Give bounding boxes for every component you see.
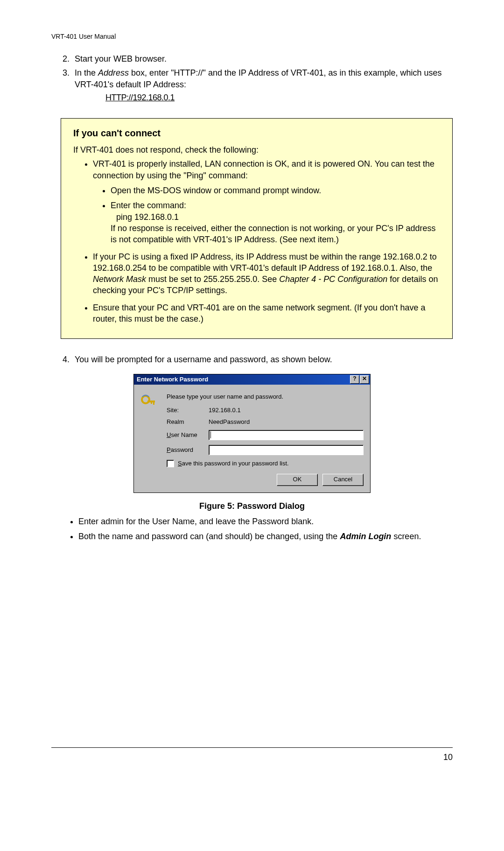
note-intro: If VRT-401 does not respond, check the f… (73, 144, 440, 155)
troubleshooting-note: If you can't connect If VRT-401 does not… (61, 118, 453, 339)
password-label-u: P (167, 446, 171, 453)
steps-list-cont: You will be prompted for a username and … (51, 354, 453, 365)
password-label-rest: assword (171, 446, 193, 453)
save-password-rest: ave this password in your password list. (182, 460, 289, 467)
note-sub-1b-line1: Enter the command: (111, 201, 186, 210)
step-3: In the Address box, enter "HTTP://" and … (72, 67, 453, 103)
dialog-title: Enter Network Password (137, 376, 208, 383)
site-label: Site: (167, 407, 209, 414)
dialog-form: Please type your user name and password.… (167, 393, 364, 486)
network-mask-word: Network Mask (93, 274, 146, 284)
step-3-text-a: In the (75, 68, 98, 77)
realm-row: Realm NeedPassword (167, 418, 364, 425)
password-dialog: Enter Network Password ? ✕ (133, 374, 371, 493)
dialog-button-row: OK Cancel (167, 474, 364, 486)
note-item-1: VRT-401 is properly installed, LAN conne… (93, 158, 440, 245)
post-bullet-1: Enter admin for the User Name, and leave… (78, 516, 453, 527)
username-label: User Name (167, 431, 209, 438)
svg-rect-3 (151, 401, 152, 404)
password-row: Password (167, 445, 364, 455)
dialog-titlebar: Enter Network Password ? ✕ (134, 374, 370, 385)
dialog-prompt: Please type your user name and password. (167, 393, 364, 400)
username-label-u: U (167, 431, 171, 438)
key-icon (140, 394, 159, 412)
save-password-label: Save this password in your password list… (178, 460, 289, 467)
text-cursor (210, 431, 211, 438)
dialog-container: Enter Network Password ? ✕ (51, 374, 453, 493)
steps-list: Start your WEB browser. In the Address b… (51, 53, 453, 103)
username-field[interactable] (209, 430, 364, 440)
password-field[interactable] (209, 445, 364, 455)
step-2: Start your WEB browser. (72, 53, 453, 64)
note-list: VRT-401 is properly installed, LAN conne… (73, 158, 440, 324)
document-page: VRT-401 User Manual Start your WEB brows… (0, 0, 504, 781)
note-item-3: Ensure that your PC and VRT-401 are on t… (93, 302, 440, 325)
save-password-row: Save this password in your password list… (167, 460, 364, 467)
note-sub-1b: Enter the command: ping 192.168.0.1 If n… (111, 200, 440, 245)
note-sublist: Open the MS-DOS window or command prompt… (93, 185, 440, 245)
admin-login-word: Admin Login (340, 532, 391, 541)
note-item-2: If your PC is using a fixed IP Address, … (93, 251, 440, 296)
ok-button[interactable]: OK (277, 474, 318, 486)
realm-value: NeedPassword (209, 418, 250, 425)
password-label: Password (167, 446, 209, 453)
note-item-1-text: VRT-401 is properly installed, LAN conne… (93, 159, 434, 180)
site-value: 192.168.0.1 (209, 407, 241, 414)
dialog-icon-column (140, 393, 159, 486)
step-3-address-word: Address (98, 68, 129, 77)
username-label-rest: ser Name (171, 431, 197, 438)
realm-label: Realm (167, 418, 209, 425)
close-button[interactable]: ✕ (360, 375, 369, 384)
post-figure-bullets: Enter admin for the User Name, and leave… (51, 516, 453, 542)
save-password-u: S (178, 460, 182, 467)
save-password-checkbox[interactable] (167, 460, 174, 467)
note-item-2-b: must be set to 255.255.255.0. See (146, 274, 279, 284)
page-header: VRT-401 User Manual (51, 33, 453, 40)
note-sub-1a: Open the MS-DOS window or command prompt… (111, 185, 440, 196)
figure-caption: Figure 5: Password Dialog (51, 501, 453, 511)
titlebar-buttons: ? ✕ (350, 375, 369, 384)
post-bullet-2: Both the name and password can (and shou… (78, 531, 453, 542)
page-footer: 10 (51, 747, 453, 762)
chapter-ref: Chapter 4 - PC Configuration (279, 274, 387, 284)
note-item-2-a: If your PC is using a fixed IP Address, … (93, 252, 437, 273)
note-title: If you can't connect (73, 127, 440, 140)
site-row: Site: 192.168.0.1 (167, 407, 364, 414)
help-button[interactable]: ? (350, 375, 359, 384)
dialog-body: Please type your user name and password.… (134, 385, 370, 492)
note-sub-1b-line2: If no response is received, either the c… (111, 224, 435, 244)
page-number: 10 (443, 753, 453, 762)
post-b2-b: screen. (391, 532, 421, 541)
cancel-button[interactable]: Cancel (322, 474, 364, 486)
username-row: User Name (167, 430, 364, 440)
default-ip-url: HTTP://192.168.0.1 (105, 92, 453, 103)
svg-rect-2 (153, 401, 154, 405)
ping-command: ping 192.168.0.1 (116, 212, 179, 222)
step-3-text-b: box, enter "HTTP://" and the IP Address … (75, 68, 442, 89)
post-b2-a: Both the name and password can (and shou… (78, 532, 340, 541)
step-4: You will be prompted for a username and … (72, 354, 453, 365)
